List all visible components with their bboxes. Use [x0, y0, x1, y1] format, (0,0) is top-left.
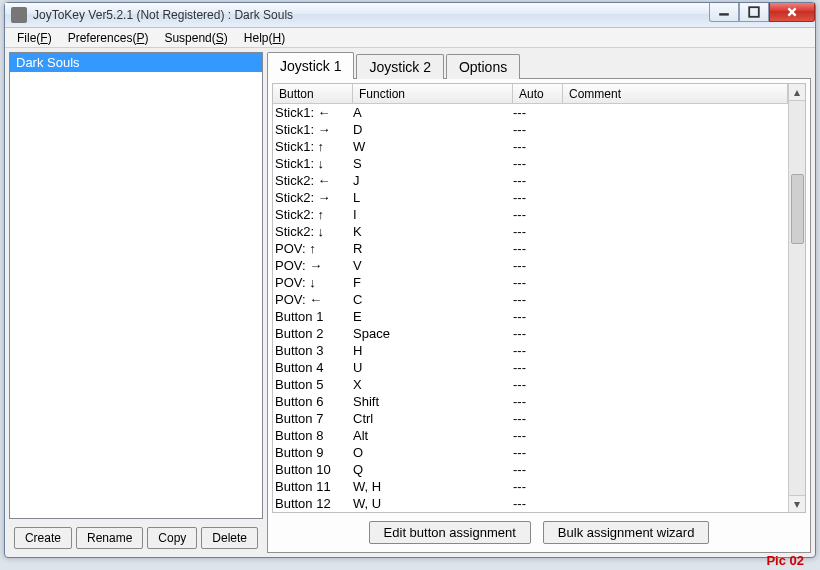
image-caption: Pic 02 [766, 553, 804, 568]
cell-button: Button 12 [273, 496, 353, 511]
profile-list[interactable]: Dark Souls [9, 52, 263, 519]
cell-button: Stick2: → [273, 190, 353, 205]
create-button[interactable]: Create [14, 527, 72, 549]
table-row[interactable]: Button 2Space--- [273, 325, 788, 342]
cell-button: Button 3 [273, 343, 353, 358]
app-icon [11, 7, 27, 23]
cell-function: A [353, 105, 513, 120]
tab-options[interactable]: Options [446, 54, 520, 79]
bulk-wizard-button[interactable]: Bulk assignment wizard [543, 521, 710, 544]
cell-auto: --- [513, 428, 563, 443]
tab-row: Joystick 1 Joystick 2 Options [267, 52, 811, 78]
menu-help[interactable]: Help(H) [236, 29, 293, 47]
tab-joystick-2[interactable]: Joystick 2 [356, 54, 443, 79]
cell-auto: --- [513, 309, 563, 324]
col-header-comment[interactable]: Comment [563, 84, 788, 103]
cell-function: L [353, 190, 513, 205]
cell-auto: --- [513, 224, 563, 239]
close-button[interactable] [769, 3, 815, 22]
table-row[interactable]: Button 11W, H--- [273, 478, 788, 495]
cell-button: POV: ← [273, 292, 353, 307]
cell-function: X [353, 377, 513, 392]
cell-button: Stick1: ← [273, 105, 353, 120]
table-row[interactable]: Button 8Alt--- [273, 427, 788, 444]
table-row[interactable]: POV: ↓F--- [273, 274, 788, 291]
assignment-listview[interactable]: Button Function Auto Comment Stick1: ←A-… [273, 84, 788, 512]
scroll-down-arrow-icon[interactable]: ▾ [789, 495, 805, 512]
table-row[interactable]: Button 1E--- [273, 308, 788, 325]
delete-button[interactable]: Delete [201, 527, 258, 549]
cell-button: Stick1: ↑ [273, 139, 353, 154]
table-row[interactable]: Button 6Shift--- [273, 393, 788, 410]
window-title: JoyToKey Ver5.2.1 (Not Registered) : Dar… [33, 8, 293, 22]
table-row[interactable]: Stick1: ↓S--- [273, 155, 788, 172]
table-row[interactable]: Button 9O--- [273, 444, 788, 461]
menu-suspend-label: Suspend( [164, 31, 215, 45]
titlebar[interactable]: JoyToKey Ver5.2.1 (Not Registered) : Dar… [5, 3, 815, 28]
table-row[interactable]: Button 3H--- [273, 342, 788, 359]
cell-auto: --- [513, 394, 563, 409]
table-row[interactable]: Stick1: ←A--- [273, 104, 788, 121]
svg-rect-1 [749, 7, 759, 17]
table-row[interactable]: POV: →V--- [273, 257, 788, 274]
cell-function: K [353, 224, 513, 239]
scroll-up-arrow-icon[interactable]: ▴ [789, 84, 805, 101]
col-header-button[interactable]: Button [273, 84, 353, 103]
minimize-icon [718, 6, 730, 18]
cell-button: POV: → [273, 258, 353, 273]
cell-button: Stick2: ↑ [273, 207, 353, 222]
table-row[interactable]: Button 7Ctrl--- [273, 410, 788, 427]
table-row[interactable]: Stick2: →L--- [273, 189, 788, 206]
table-row[interactable]: POV: ↑R--- [273, 240, 788, 257]
cell-function: C [353, 292, 513, 307]
cell-button: Button 1 [273, 309, 353, 324]
table-row[interactable]: POV: ←C--- [273, 291, 788, 308]
right-pane: Joystick 1 Joystick 2 Options Button Fun… [267, 52, 811, 553]
cell-function: Shift [353, 394, 513, 409]
minimize-button[interactable] [709, 3, 739, 22]
cell-function: Alt [353, 428, 513, 443]
cell-button: Button 10 [273, 462, 353, 477]
edit-assignment-button[interactable]: Edit button assignment [369, 521, 531, 544]
col-header-function[interactable]: Function [353, 84, 513, 103]
menu-file-label: File( [17, 31, 40, 45]
cell-auto: --- [513, 326, 563, 341]
cell-function: O [353, 445, 513, 460]
vertical-scrollbar[interactable]: ▴ ▾ [788, 84, 805, 512]
table-row[interactable]: Stick2: ↓K--- [273, 223, 788, 240]
table-row[interactable]: Button 4U--- [273, 359, 788, 376]
cell-button: POV: ↑ [273, 241, 353, 256]
cell-button: Button 8 [273, 428, 353, 443]
cell-auto: --- [513, 275, 563, 290]
cell-function: Q [353, 462, 513, 477]
rename-button[interactable]: Rename [76, 527, 143, 549]
cell-button: Button 11 [273, 479, 353, 494]
table-row[interactable]: Stick1: →D--- [273, 121, 788, 138]
close-icon [786, 6, 798, 18]
table-row[interactable]: Stick2: ↑I--- [273, 206, 788, 223]
menu-file[interactable]: File(F) [9, 29, 60, 47]
table-row[interactable]: Stick1: ↑W--- [273, 138, 788, 155]
cell-button: Button 9 [273, 445, 353, 460]
profile-button-row: Create Rename Copy Delete [9, 525, 263, 553]
table-row[interactable]: Stick2: ←J--- [273, 172, 788, 189]
cell-auto: --- [513, 207, 563, 222]
table-row[interactable]: Button 5X--- [273, 376, 788, 393]
profile-item[interactable]: Dark Souls [10, 53, 262, 72]
table-row[interactable]: Button 10Q--- [273, 461, 788, 478]
tab-joystick-1[interactable]: Joystick 1 [267, 52, 354, 79]
scroll-thumb[interactable] [791, 174, 804, 244]
table-row[interactable]: Button 12W, U--- [273, 495, 788, 512]
cell-auto: --- [513, 139, 563, 154]
copy-button[interactable]: Copy [147, 527, 197, 549]
maximize-button[interactable] [739, 3, 769, 22]
cell-auto: --- [513, 122, 563, 137]
cell-auto: --- [513, 462, 563, 477]
cell-button: Stick1: ↓ [273, 156, 353, 171]
menu-preferences[interactable]: Preferences(P) [60, 29, 157, 47]
cell-auto: --- [513, 445, 563, 460]
col-header-auto[interactable]: Auto [513, 84, 563, 103]
menu-suspend[interactable]: Suspend(S) [156, 29, 235, 47]
app-window: JoyToKey Ver5.2.1 (Not Registered) : Dar… [4, 2, 816, 558]
tab-content: Button Function Auto Comment Stick1: ←A-… [267, 78, 811, 553]
